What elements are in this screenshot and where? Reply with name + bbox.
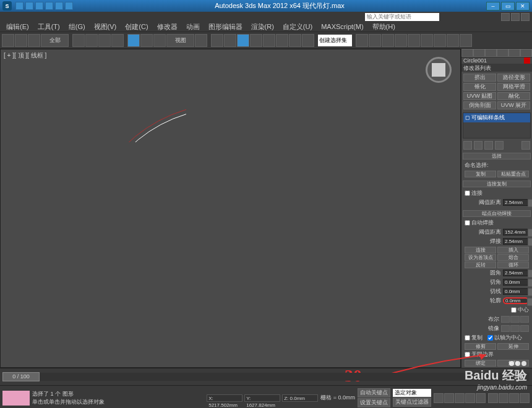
pan-icon[interactable] xyxy=(509,393,519,403)
undo-icon[interactable] xyxy=(2,34,14,47)
time-slider[interactable]: 0 / 100 xyxy=(2,373,530,381)
rollout-connect-copy[interactable]: 连接复制 xyxy=(463,181,531,187)
coord-z[interactable]: Z: 0.0mm xyxy=(282,394,318,402)
spinner-snap-icon[interactable] xyxy=(276,34,288,47)
maximize-button[interactable]: ▭ xyxy=(501,2,515,11)
menu-edit[interactable]: 编辑(E) xyxy=(2,22,33,32)
menu-modifiers[interactable]: 修改器 xyxy=(153,22,181,32)
tab-motion[interactable] xyxy=(497,49,508,57)
cycle-btn[interactable]: 循环 xyxy=(497,261,529,268)
viewcube[interactable] xyxy=(426,57,452,83)
help-btn[interactable] xyxy=(521,13,530,21)
move-icon[interactable] xyxy=(127,34,140,47)
configure-icon[interactable] xyxy=(521,141,530,150)
mod-taper[interactable]: 锥化 xyxy=(463,83,496,91)
viewport-top[interactable]: [ + ][ 顶 ][ 线框 ] xy 30 xyxy=(0,49,461,368)
nav-play-icon[interactable] xyxy=(455,393,465,403)
coord-y[interactable]: Y: 1627.824mm xyxy=(244,394,280,402)
aboutaxis-chk[interactable] xyxy=(487,335,493,341)
rect-select-icon[interactable] xyxy=(98,34,111,47)
keyboard-icon[interactable] xyxy=(224,34,236,47)
help-btn[interactable] xyxy=(511,13,520,21)
object-color-swatch[interactable] xyxy=(524,57,530,64)
chamfer-spinner[interactable]: 0.0mm xyxy=(503,279,529,286)
mirror-h-icon[interactable] xyxy=(501,325,510,332)
fuse-btn[interactable]: 熔合 xyxy=(497,254,529,261)
fillet-spinner[interactable]: 2.54mm xyxy=(503,270,529,276)
render-setup-icon[interactable] xyxy=(421,34,433,47)
orbit-icon[interactable] xyxy=(520,393,530,403)
qat-btn[interactable] xyxy=(25,2,33,10)
zoom-icon[interactable] xyxy=(488,393,498,403)
makefirst-btn[interactable]: 设为首顶点 xyxy=(465,254,496,261)
nav-prev-icon[interactable] xyxy=(444,393,454,403)
extend-btn[interactable]: 延伸 xyxy=(497,343,529,350)
show-end-icon[interactable] xyxy=(474,141,483,150)
mod-meshsmooth[interactable]: 网格平滑 xyxy=(497,83,530,91)
search-input[interactable] xyxy=(365,13,439,21)
tab-display[interactable] xyxy=(508,49,520,57)
mirror-icon[interactable] xyxy=(302,34,314,47)
nav-goto-end-icon[interactable] xyxy=(476,393,486,403)
redo-icon[interactable] xyxy=(15,34,27,47)
connect-btn[interactable]: 连接 xyxy=(465,247,496,253)
tab-modify[interactable] xyxy=(473,49,485,57)
insert-btn[interactable]: 插入 xyxy=(497,247,529,253)
paste-overlap-btn[interactable]: 粘贴重合点 xyxy=(497,171,529,177)
modifier-stack[interactable]: ◻ 可编辑样条线 xyxy=(463,113,531,138)
menu-render[interactable]: 渲染(R) xyxy=(247,22,278,32)
reverse-btn[interactable]: 反转 xyxy=(465,261,496,268)
link-icon[interactable] xyxy=(28,34,40,47)
mirror-v-icon[interactable] xyxy=(510,325,519,332)
modifier-list-dd[interactable]: 修改器列表 xyxy=(461,64,532,72)
menu-customize[interactable]: 自定义(U) xyxy=(279,22,316,32)
selsets-dd[interactable]: 选定对象 xyxy=(393,389,431,397)
qat-btn[interactable] xyxy=(35,2,43,10)
menu-maxscript[interactable]: MAXScript(M) xyxy=(317,23,367,30)
tangent-spinner[interactable]: 0.0mm xyxy=(503,288,529,295)
time-thumb[interactable]: 0 / 100 xyxy=(2,372,40,381)
help-btn[interactable] xyxy=(501,13,510,21)
mod-bevelprofile[interactable]: 倒角剖面 xyxy=(463,101,496,109)
minimize-button[interactable]: – xyxy=(486,2,500,11)
select-icon[interactable] xyxy=(72,34,85,47)
percent-snap-icon[interactable] xyxy=(263,34,275,47)
bool-union-icon[interactable] xyxy=(501,316,510,323)
menu-graph[interactable]: 图形编辑器 xyxy=(205,22,246,32)
close-button[interactable]: ✕ xyxy=(516,2,530,11)
manip-icon[interactable] xyxy=(211,34,223,47)
named-selset-dd[interactable]: 创建选择集 xyxy=(318,35,352,46)
schematic-icon[interactable] xyxy=(395,34,407,47)
menu-tools[interactable]: 工具(T) xyxy=(34,22,64,32)
edit-named-icon[interactable] xyxy=(289,34,301,47)
trackbar-swatch[interactable] xyxy=(2,391,30,406)
render-frame-icon[interactable] xyxy=(434,34,446,47)
app-logo[interactable]: S xyxy=(2,1,12,11)
mod-extrude[interactable]: 挤出 xyxy=(463,74,496,82)
qat-btn[interactable] xyxy=(55,2,63,10)
align-icon[interactable] xyxy=(356,34,368,47)
qat-btn[interactable] xyxy=(65,2,73,10)
refcoord-dd[interactable]: 视图 xyxy=(166,34,194,47)
outline-spinner[interactable]: 0.0mm xyxy=(503,297,529,304)
curve-editor-icon[interactable] xyxy=(382,34,394,47)
tab-create[interactable] xyxy=(461,49,473,57)
weld-spinner[interactable]: 2.54mm xyxy=(503,238,529,245)
bool-int-icon[interactable] xyxy=(520,316,529,323)
pivot-icon[interactable] xyxy=(195,34,207,47)
coord-x[interactable]: X: 5217.502mm xyxy=(207,394,242,402)
window-cross-icon[interactable] xyxy=(111,34,124,47)
mod-pathdeform[interactable]: 路径变形 xyxy=(497,74,530,82)
threshold2-spinner[interactable]: 152.4mm xyxy=(503,229,529,236)
render-prod-icon[interactable] xyxy=(460,34,472,47)
nav-goto-start-icon[interactable] xyxy=(434,393,444,403)
menu-group[interactable]: 组(G) xyxy=(65,22,89,32)
copy-btn[interactable]: 复制 xyxy=(465,171,496,177)
qat-btn[interactable] xyxy=(15,2,24,10)
mod-uvwunwrap[interactable]: UVW 展开 xyxy=(497,101,530,109)
material-editor-icon[interactable] xyxy=(408,34,420,47)
trim-btn[interactable]: 修剪 xyxy=(465,343,496,350)
select-name-icon[interactable] xyxy=(85,34,98,47)
tab-hierarchy[interactable] xyxy=(485,49,497,57)
bool-sub-icon[interactable] xyxy=(510,316,519,323)
